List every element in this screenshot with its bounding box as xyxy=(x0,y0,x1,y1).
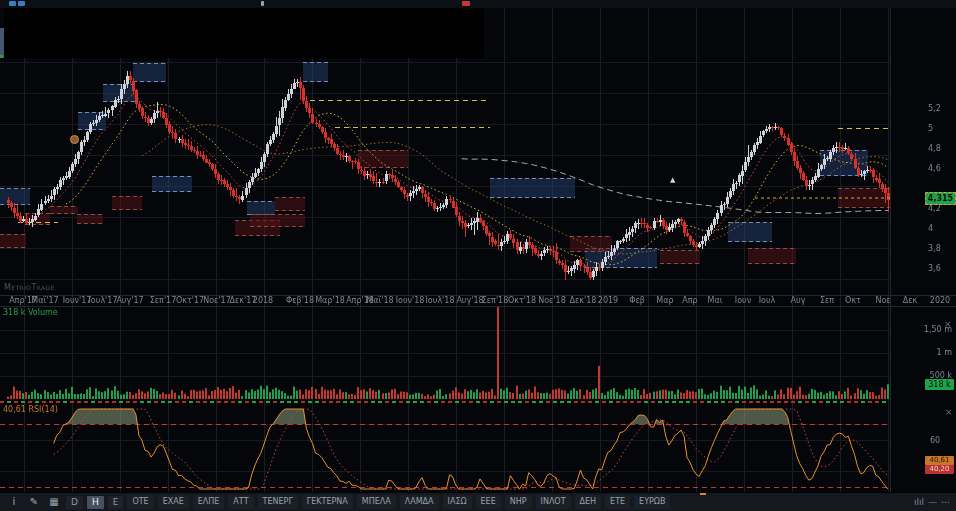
chart-canvas[interactable] xyxy=(0,0,956,511)
time-tick-label: 2020 xyxy=(923,296,956,305)
current-price-badge: 4,315 xyxy=(925,192,956,205)
ticker-tab[interactable]: ΕΧΑΕ xyxy=(158,495,189,509)
ticker-tab[interactable]: ΛΑΜΔΑ xyxy=(400,495,439,509)
minimize-icon[interactable]: — xyxy=(928,497,937,507)
trading-app-window: MetrioTrade 318 k Volume 40,61 RSI(14) Α… xyxy=(0,0,956,511)
ticker-tab[interactable]: ΕΕΕ xyxy=(476,495,501,509)
ticker-tab[interactable]: ΕΛΠΕ xyxy=(193,495,225,509)
price-tick-label: 5 xyxy=(928,124,933,133)
ticker-tab[interactable]: ΓΕΚΤΕΡΝΑ xyxy=(302,495,353,509)
left-edge-pixel xyxy=(0,55,3,58)
ticker-tab[interactable]: ΝΗΡ xyxy=(505,495,532,509)
ticker-tab[interactable]: ΑΤΤ xyxy=(228,495,253,509)
price-tick-label: 3,8 xyxy=(928,244,941,253)
alert-icon[interactable] xyxy=(462,1,470,6)
price-tick-label: 5,2 xyxy=(928,104,941,113)
time-tick-label: Μαϊ'18 xyxy=(363,296,397,305)
top-strip xyxy=(0,0,956,8)
app-icon-2[interactable] xyxy=(18,1,25,6)
current-volume-badge: 318 k xyxy=(925,379,954,390)
price-tick-label: 4,6 xyxy=(928,164,941,173)
ticker-tab[interactable]: ΙΑΣΩ xyxy=(443,495,472,509)
rsi-value-badge: 40,61 xyxy=(925,456,954,465)
time-tick-label: Αυγ'17 xyxy=(113,296,147,305)
ticker-tab[interactable]: ΜΠΕΛΑ xyxy=(357,495,396,509)
rsi-tick-label: 60 xyxy=(930,436,940,445)
ticker-tab[interactable]: ΕΤΕ xyxy=(605,495,630,509)
time-tick-label: Μαρ'18 xyxy=(313,296,347,305)
draw-tool-icon[interactable]: ✎ xyxy=(26,495,42,509)
price-tick-label: 4,8 xyxy=(928,144,941,153)
status-dot[interactable] xyxy=(261,1,264,6)
watermark: MetrioTrade xyxy=(4,283,55,292)
price-tick-label: 4,2 xyxy=(928,204,941,213)
event-marker-icon[interactable] xyxy=(70,135,79,144)
price-tick-label: 3,6 xyxy=(928,264,941,273)
time-tick-label: Μαϊ'17 xyxy=(28,296,62,305)
ticker-tab[interactable]: ΔΕΗ xyxy=(575,495,602,509)
timeframe-button-E[interactable]: E xyxy=(108,496,124,509)
ticker-tab[interactable]: ΤΕΝΕΡΓ xyxy=(258,495,298,509)
time-tick-label: Φεβ'18 xyxy=(283,296,317,305)
time-tick-label: 2018 xyxy=(246,296,280,305)
ticker-tab[interactable]: ΕΥΡΩΒ xyxy=(634,495,670,509)
timeframe-button-D[interactable]: D xyxy=(66,496,83,509)
close-volume-pane-icon[interactable]: × xyxy=(944,320,952,329)
time-tick-label: Οκτ xyxy=(836,296,870,305)
time-tick-label: Ιουν'18 xyxy=(393,296,427,305)
grid-view-icon[interactable]: ▦ xyxy=(46,495,62,509)
bottom-toolbar: i✎▦DHEΟΤΕΕΧΑΕΕΛΠΕΑΤΤΤΕΝΕΡΓΓΕΚΤΕΡΝΑΜΠΕΛΑΛ… xyxy=(0,492,956,511)
triangle-up-marker-icon: ▲ xyxy=(670,176,675,184)
chart-bars-icon[interactable]: ılıl xyxy=(914,497,924,507)
ticker-tab[interactable]: ΟΤΕ xyxy=(127,495,153,509)
time-tick-label: Δεκ xyxy=(893,296,927,305)
time-tick-label: Οκτ'18 xyxy=(505,296,539,305)
rsi-signal-badge: 40,20 xyxy=(925,465,954,474)
time-tick-label: Ιουλ xyxy=(750,296,784,305)
ticker-tab[interactable]: ΙΝΛΟΤ xyxy=(536,495,571,509)
volume-pane-label: 318 k Volume xyxy=(3,308,58,317)
toolbar-tick xyxy=(700,493,706,495)
volume-tick-label: 1 m xyxy=(916,348,952,357)
info-icon[interactable]: i xyxy=(6,495,22,509)
rsi-pane-label: 40,61 RSI(14) xyxy=(3,405,58,414)
time-tick-label: Ιουλ'18 xyxy=(423,296,457,305)
timeframe-button-H[interactable]: H xyxy=(87,496,104,509)
more-icon[interactable]: ⋯ xyxy=(941,497,950,507)
price-tick-label: 4 xyxy=(928,224,933,233)
time-tick-label: Νοε'18 xyxy=(535,296,569,305)
symbol-info-redaction-box xyxy=(4,8,484,58)
close-rsi-pane-icon[interactable]: × xyxy=(945,408,953,417)
app-icon-1[interactable] xyxy=(9,1,16,6)
left-edge-accent xyxy=(0,28,4,58)
